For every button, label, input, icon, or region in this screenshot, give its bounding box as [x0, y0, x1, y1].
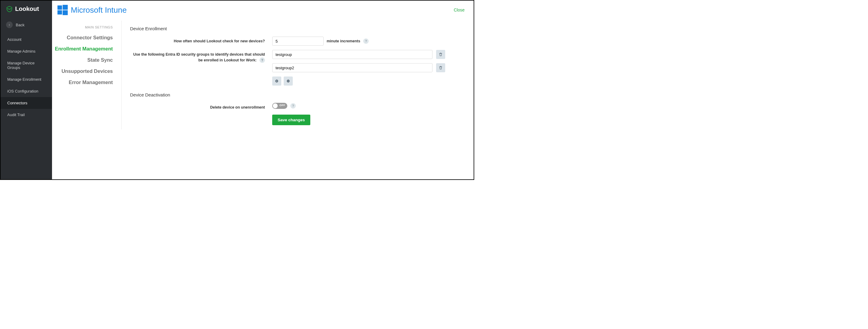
save-changes-button[interactable]: Save changes	[272, 114, 310, 125]
device-deactivation-title: Device Deactivation	[130, 92, 465, 97]
subnav-unsupported-devices[interactable]: Unsupported Devices	[52, 66, 113, 77]
remove-group-button[interactable]	[284, 76, 293, 86]
subnav: MAIN SETTINGS Connector Settings Enrollm…	[52, 21, 122, 129]
delete-group-button[interactable]	[436, 63, 445, 72]
delete-group-button[interactable]	[436, 50, 445, 59]
security-groups-label: Use the following Entra ID security grou…	[130, 50, 272, 63]
content: MAIN SETTINGS Connector Settings Enrollm…	[52, 18, 474, 129]
main: Microsoft Intune Close MAIN SETTINGS Con…	[52, 1, 474, 179]
close-button[interactable]: Close	[454, 7, 465, 12]
nav-manage-enrollment[interactable]: Manage Enrollment	[1, 73, 52, 85]
nav-connectors[interactable]: Connectors	[1, 97, 52, 109]
svg-rect-2	[58, 10, 62, 14]
device-enrollment-title: Device Enrollment	[130, 26, 465, 31]
plus-circle-icon	[275, 79, 279, 83]
product-name: Microsoft Intune	[71, 5, 127, 15]
subnav-error-management[interactable]: Error Management	[52, 77, 113, 88]
check-frequency-suffix: minute increments	[327, 39, 360, 43]
toggle-knob	[273, 103, 278, 108]
subnav-header: MAIN SETTINGS	[52, 21, 113, 32]
help-icon[interactable]: ?	[259, 58, 265, 63]
group-row	[272, 63, 445, 72]
group-input-2[interactable]	[272, 63, 433, 72]
back-label: Back	[16, 23, 25, 27]
delete-on-unenroll-row: Delete device on unenrollment OFF ?	[130, 103, 465, 110]
security-groups-row: Use the following Entra ID security grou…	[130, 50, 465, 86]
lookout-shield-icon	[6, 6, 13, 12]
topbar: Microsoft Intune Close	[52, 1, 474, 18]
back-button[interactable]: ‹ Back	[1, 19, 52, 34]
brand-text: Lookout	[15, 5, 39, 12]
trash-icon	[438, 52, 443, 57]
chevron-left-icon: ‹	[6, 22, 13, 28]
nav-manage-admins[interactable]: Manage Admins	[1, 45, 52, 57]
svg-rect-0	[58, 5, 62, 10]
delete-on-unenroll-label: Delete device on unenrollment	[130, 103, 272, 110]
nav-manage-device-groups[interactable]: Manage Device Groups	[1, 57, 52, 73]
subnav-enrollment-management[interactable]: Enrollment Management	[52, 43, 113, 55]
groups-label-pre: Use the following	[133, 52, 166, 57]
subnav-connector-settings[interactable]: Connector Settings	[52, 32, 113, 43]
windows-icon	[58, 5, 68, 15]
nav-ios-configuration[interactable]: iOS Configuration	[1, 85, 52, 97]
groups-label-bold: Entra ID	[165, 52, 180, 57]
sidebar: Lookout ‹ Back Account Manage Admins Man…	[1, 1, 52, 179]
group-input-1[interactable]	[272, 50, 433, 59]
help-icon[interactable]: ?	[290, 103, 296, 108]
minus-circle-icon	[286, 79, 290, 83]
groups-label-post: security groups to identify devices that…	[180, 52, 265, 62]
check-frequency-label: How often should Lookout check for new d…	[130, 37, 272, 44]
subnav-state-sync[interactable]: State Sync	[52, 55, 113, 66]
save-row: Save changes	[130, 114, 465, 125]
toggle-state: OFF	[279, 104, 285, 107]
add-group-button[interactable]	[272, 76, 281, 86]
product-title: Microsoft Intune	[58, 5, 127, 15]
brand: Lookout	[1, 1, 52, 19]
check-frequency-row: How often should Lookout check for new d…	[130, 37, 465, 46]
svg-rect-1	[63, 5, 68, 10]
help-icon[interactable]: ?	[363, 38, 369, 44]
check-frequency-input[interactable]	[272, 37, 323, 46]
delete-on-unenroll-toggle[interactable]: OFF	[272, 103, 287, 109]
groups-controls	[272, 50, 445, 86]
settings-panel: Device Enrollment How often should Looko…	[122, 21, 474, 129]
group-row	[272, 50, 445, 59]
trash-icon	[438, 66, 443, 70]
svg-rect-3	[63, 10, 68, 15]
nav-audit-trail[interactable]: Audit Trail	[1, 109, 52, 121]
nav-account[interactable]: Account	[1, 34, 52, 45]
